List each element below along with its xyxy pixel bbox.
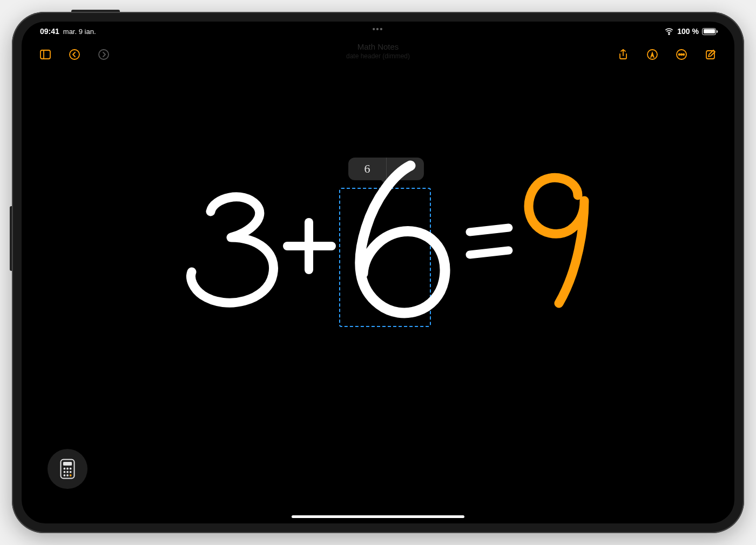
- handwriting-equation: [162, 147, 605, 341]
- svg-point-15: [70, 468, 72, 470]
- hw-operator: [287, 222, 332, 270]
- home-indicator[interactable]: [292, 515, 464, 518]
- calculator-icon: [59, 459, 76, 479]
- calculator-fab[interactable]: [48, 449, 87, 489]
- svg-rect-12: [63, 462, 72, 466]
- hw-equals: [470, 228, 509, 255]
- svg-point-20: [66, 474, 69, 476]
- svg-point-14: [66, 468, 69, 470]
- svg-point-13: [64, 468, 66, 470]
- hw-operand2[interactable]: [360, 166, 445, 313]
- svg-point-17: [66, 471, 69, 473]
- screen: 09:41 mar. 9 ian. ••• 100 %: [22, 22, 734, 523]
- svg-point-21: [70, 474, 72, 476]
- note-canvas[interactable]: 6 0: [22, 22, 734, 523]
- hw-operand1: [191, 197, 274, 303]
- hw-result: [529, 178, 584, 303]
- svg-point-16: [64, 471, 66, 473]
- svg-point-19: [64, 474, 66, 476]
- device-frame: 09:41 mar. 9 ian. ••• 100 %: [12, 12, 744, 533]
- svg-point-18: [70, 471, 72, 473]
